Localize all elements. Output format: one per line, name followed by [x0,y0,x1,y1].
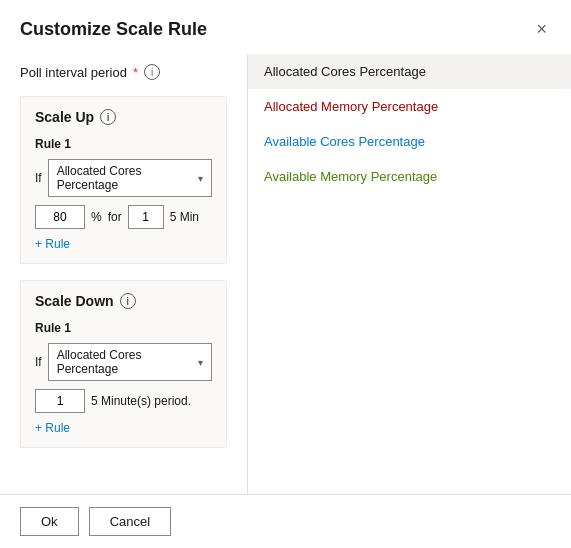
scale-down-info-icon[interactable]: i [120,293,136,309]
scale-down-add-rule-button[interactable]: + Rule [35,421,70,435]
scale-up-add-rule-button[interactable]: + Rule [35,237,70,251]
list-item[interactable]: Available Memory Percentage [248,159,571,194]
poll-interval-row: Poll interval period * i [20,64,227,80]
scale-down-dropdown-arrow: ▾ [198,357,203,368]
scale-up-duration-unit: 5 Min [170,210,199,224]
poll-interval-info-icon[interactable]: i [144,64,160,80]
dialog-header: Customize Scale Rule × [0,0,571,54]
close-button[interactable]: × [532,16,551,42]
scale-down-if-label: If [35,355,42,369]
ok-button[interactable]: Ok [20,507,79,536]
scale-up-for-label: for [108,210,122,224]
scale-up-if-label: If [35,171,42,185]
dialog-body: Poll interval period * i Scale Up i Rule… [0,54,571,494]
left-panel: Poll interval period * i Scale Up i Rule… [0,54,248,494]
scale-up-metric-value: Allocated Cores Percentage [57,164,194,192]
scale-up-percent-label: % [91,210,102,224]
dialog-title: Customize Scale Rule [20,19,207,40]
scale-down-title: Scale Down i [35,293,212,309]
scale-up-section: Scale Up i Rule 1 If Allocated Cores Per… [20,96,227,264]
customize-scale-rule-dialog: Customize Scale Rule × Poll interval per… [0,0,571,548]
scale-down-metric-value: Allocated Cores Percentage [57,348,194,376]
scale-up-info-icon[interactable]: i [100,109,116,125]
required-star: * [133,65,138,80]
scale-up-threshold-input[interactable] [35,205,85,229]
list-item[interactable]: Available Cores Percentage [248,124,571,159]
scale-down-input-row: 5 Minute(s) period. [35,389,212,413]
dialog-footer: Ok Cancel [0,494,571,548]
scale-up-rule-row: If Allocated Cores Percentage ▾ [35,159,212,197]
scale-down-rule1-label: Rule 1 [35,321,212,335]
scale-down-metric-dropdown[interactable]: Allocated Cores Percentage ▾ [48,343,212,381]
scale-up-dropdown-arrow: ▾ [198,173,203,184]
scale-up-metric-dropdown[interactable]: Allocated Cores Percentage ▾ [48,159,212,197]
list-item[interactable]: Allocated Memory Percentage [248,89,571,124]
scale-up-title: Scale Up i [35,109,212,125]
scale-up-rule1-label: Rule 1 [35,137,212,151]
scale-down-threshold-input[interactable] [35,389,85,413]
cancel-button[interactable]: Cancel [89,507,171,536]
right-panel: Allocated Cores Percentage Allocated Mem… [248,54,571,494]
list-item[interactable]: Allocated Cores Percentage [248,54,571,89]
poll-interval-label: Poll interval period [20,65,127,80]
scale-down-period-text: 5 Minute(s) period. [91,394,191,408]
scale-down-rule-row: If Allocated Cores Percentage ▾ [35,343,212,381]
scale-up-input-row: % for 5 Min [35,205,212,229]
scale-down-section: Scale Down i Rule 1 If Allocated Cores P… [20,280,227,448]
scale-up-duration-input[interactable] [128,205,164,229]
